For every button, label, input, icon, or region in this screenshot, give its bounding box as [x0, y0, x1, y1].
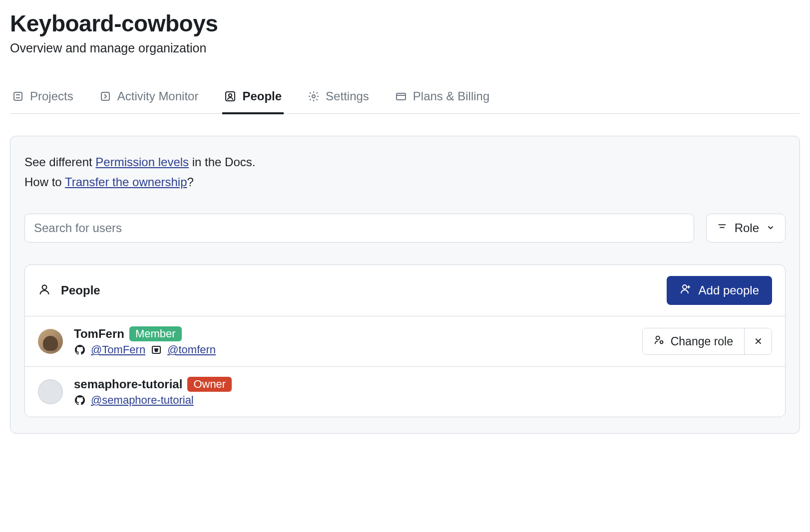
change-role-button[interactable]: Change role	[643, 328, 745, 354]
tab-plans-billing[interactable]: Plans & Billing	[393, 81, 491, 114]
info-text-segment: ?	[187, 175, 194, 189]
svg-point-17	[660, 341, 663, 344]
github-icon	[74, 344, 86, 356]
svg-point-11	[42, 285, 47, 290]
svg-point-5	[229, 94, 232, 97]
page-title: Keyboard-cowboys	[10, 10, 800, 37]
close-icon: ✕	[754, 336, 763, 347]
change-role-label: Change role	[671, 335, 733, 348]
tab-projects[interactable]: Projects	[10, 81, 75, 114]
person-name: TomFern	[74, 327, 124, 341]
tab-label: People	[242, 89, 282, 103]
github-handle-link[interactable]: @TomFern	[91, 343, 145, 356]
tab-label: Plans & Billing	[413, 89, 489, 103]
chevron-down-icon	[766, 221, 775, 235]
person-outline-icon	[38, 283, 51, 298]
people-icon	[224, 90, 236, 102]
tabs-nav: Projects Activity Monitor People Setting…	[10, 81, 800, 114]
settings-icon	[308, 90, 320, 102]
avatar	[38, 329, 63, 354]
info-text: See different Permission levels in the D…	[24, 152, 786, 192]
tab-label: Settings	[326, 89, 369, 103]
content-panel: See different Permission levels in the D…	[10, 136, 800, 434]
role-badge: Member	[129, 326, 182, 341]
svg-rect-0	[14, 92, 22, 100]
person-row: TomFern Member @TomFern @tomfern	[25, 316, 785, 367]
svg-point-12	[683, 285, 687, 289]
info-text-segment: in the Docs.	[189, 155, 255, 169]
info-text-segment: How to	[24, 175, 65, 189]
tab-label: Projects	[30, 89, 73, 103]
tab-settings[interactable]: Settings	[306, 81, 371, 114]
transfer-ownership-link[interactable]: Transfer the ownership	[65, 175, 187, 189]
svg-point-16	[656, 336, 659, 340]
people-header-title: People	[61, 283, 100, 297]
tab-label: Activity Monitor	[117, 89, 199, 103]
github-handle-link[interactable]: @semaphore-tutorial	[91, 394, 194, 407]
person-name: semaphore-tutorial	[74, 377, 182, 391]
projects-icon	[12, 90, 24, 102]
info-text-segment: See different	[24, 155, 95, 169]
tab-people[interactable]: People	[222, 81, 284, 114]
person-add-icon	[680, 283, 692, 298]
add-people-label: Add people	[699, 283, 759, 297]
github-icon	[74, 394, 86, 406]
role-filter-button[interactable]: Role	[706, 214, 786, 243]
page-subtitle: Overview and manage organization	[10, 41, 800, 55]
person-row: semaphore-tutorial Owner @semaphore-tuto…	[25, 367, 785, 417]
tab-activity-monitor[interactable]: Activity Monitor	[97, 81, 201, 114]
search-input[interactable]	[24, 214, 694, 243]
filter-icon	[717, 221, 728, 235]
bitbucket-icon	[150, 344, 162, 356]
person-gear-icon	[654, 334, 665, 348]
role-filter-label: Role	[735, 221, 759, 235]
activity-icon	[99, 90, 111, 102]
add-people-button[interactable]: Add people	[667, 276, 772, 305]
bitbucket-handle-link[interactable]: @tomfern	[167, 343, 216, 356]
permission-levels-link[interactable]: Permission levels	[95, 155, 189, 169]
svg-rect-3	[101, 92, 109, 100]
billing-icon	[395, 90, 407, 102]
role-badge: Owner	[187, 377, 232, 392]
svg-rect-7	[397, 93, 405, 100]
avatar	[38, 379, 63, 404]
people-card: People Add people TomFern Member	[24, 265, 786, 417]
svg-point-6	[312, 95, 315, 98]
remove-person-button[interactable]: ✕	[745, 328, 772, 354]
